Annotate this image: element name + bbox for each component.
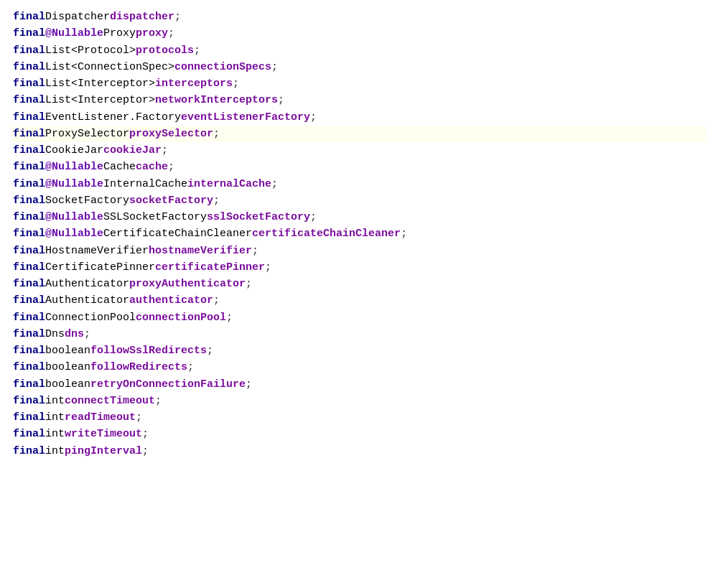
code-token: List<Interceptor>: [45, 75, 155, 92]
code-token: sslSocketFactory: [207, 209, 310, 225]
code-line: final int writeTimeout;: [11, 426, 707, 442]
code-token: @Nullable: [45, 209, 103, 225]
code-token: List<ConnectionSpec>: [45, 59, 174, 75]
code-token: final: [13, 109, 45, 126]
code-token: final: [13, 342, 45, 359]
code-token: followSslRedirects: [90, 342, 207, 359]
code-token: final: [13, 75, 45, 92]
code-line: final CookieJar cookieJar;: [11, 142, 707, 159]
code-token: final: [13, 209, 45, 225]
code-token: ;: [142, 426, 149, 442]
code-line: final boolean followRedirects;: [11, 359, 707, 375]
code-token: pingInterval: [65, 443, 142, 459]
code-token: certificatePinner: [155, 259, 265, 276]
code-token: Cache: [103, 159, 136, 175]
code-line: final Dns dns;: [11, 326, 707, 342]
code-token: ;: [213, 126, 220, 142]
code-token: internalCache: [187, 176, 271, 192]
code-token: final: [13, 393, 45, 409]
code-line: final @Nullable Cache cache;: [11, 159, 707, 175]
code-token: readTimeout: [65, 409, 136, 426]
code-token: final: [13, 376, 45, 393]
code-token: cookieJar: [103, 142, 162, 159]
code-token: ;: [246, 276, 252, 292]
code-token: connectionPool: [136, 309, 226, 326]
code-line: final EventListener.Factory eventListene…: [11, 109, 707, 126]
code-token: final: [13, 25, 45, 42]
code-token: boolean: [45, 359, 90, 375]
code-token: final: [13, 243, 45, 259]
code-token: final: [13, 59, 45, 75]
code-token: ;: [271, 176, 278, 192]
code-token: Dispatcher: [45, 9, 110, 25]
code-token: ;: [207, 342, 213, 359]
code-line: final boolean followSslRedirects;: [11, 342, 707, 359]
code-line: final ProxySelector proxySelector;: [11, 126, 707, 142]
code-token: followRedirects: [90, 359, 187, 375]
code-token: final: [13, 92, 45, 108]
code-line: final List<ConnectionSpec> connectionSpe…: [11, 59, 707, 75]
code-line: final Dispatcher dispatcher;: [11, 9, 707, 25]
code-token: ;: [187, 359, 194, 375]
code-token: CertificatePinner: [45, 259, 155, 276]
code-token: ;: [310, 109, 317, 126]
code-token: final: [13, 276, 45, 292]
code-token: Authenticator: [45, 276, 129, 292]
code-token: final: [13, 359, 45, 375]
code-token: ;: [168, 25, 174, 42]
code-line: final @Nullable SSLSocketFactory sslSock…: [11, 209, 707, 225]
code-line: final @Nullable Proxy proxy;: [11, 25, 707, 42]
code-token: ;: [271, 59, 278, 75]
code-token: certificateChainCleaner: [252, 225, 401, 242]
code-token: ;: [213, 192, 220, 209]
code-token: final: [13, 426, 45, 442]
code-token: ;: [252, 243, 258, 259]
code-token: final: [13, 126, 45, 142]
code-token: eventListenerFactory: [181, 109, 310, 126]
code-token: interceptors: [155, 75, 233, 92]
code-token: ;: [226, 309, 233, 326]
code-token: final: [13, 309, 45, 326]
code-token: EventListener.Factory: [45, 109, 181, 126]
code-token: proxy: [136, 25, 168, 42]
code-token: proxySelector: [129, 126, 213, 142]
code-token: ;: [401, 225, 407, 242]
code-line: final Authenticator proxyAuthenticator;: [11, 276, 707, 292]
code-token: HostnameVerifier: [45, 243, 149, 259]
code-line: final List<Interceptor> interceptors;: [11, 75, 707, 92]
code-line: final int pingInterval;: [11, 443, 707, 459]
code-token: final: [13, 259, 45, 276]
code-token: dns: [65, 326, 84, 342]
code-token: final: [13, 409, 45, 426]
code-line: final boolean retryOnConnectionFailure;: [11, 376, 707, 393]
code-token: final: [13, 176, 45, 192]
code-token: writeTimeout: [65, 426, 142, 442]
code-token: authenticator: [129, 292, 213, 309]
code-token: ;: [194, 42, 200, 59]
code-token: ;: [155, 393, 162, 409]
code-token: ;: [265, 259, 271, 276]
code-token: @Nullable: [45, 176, 103, 192]
code-token: final: [13, 292, 45, 309]
code-token: hostnameVerifier: [149, 243, 252, 259]
code-token: SocketFactory: [45, 192, 129, 209]
code-line: final @Nullable CertificateChainCleaner …: [11, 225, 707, 242]
code-line: final Authenticator authenticator;: [11, 292, 707, 309]
code-token: final: [13, 192, 45, 209]
code-token: ;: [310, 209, 317, 225]
code-token: connectionSpecs: [174, 59, 271, 75]
code-token: List<Protocol>: [45, 42, 136, 59]
code-token: ;: [168, 159, 174, 175]
code-token: @Nullable: [45, 159, 103, 175]
code-token: ;: [278, 92, 284, 108]
code-line: final @Nullable InternalCache internalCa…: [11, 176, 707, 192]
code-token: final: [13, 443, 45, 459]
code-token: ;: [174, 9, 181, 25]
code-token: ;: [136, 409, 142, 426]
code-token: @Nullable: [45, 25, 103, 42]
code-line: final List<Interceptor> networkIntercept…: [11, 92, 707, 108]
code-line: final SocketFactory socketFactory;: [11, 192, 707, 209]
code-token: ConnectionPool: [45, 309, 136, 326]
code-token: CookieJar: [45, 142, 103, 159]
code-token: final: [13, 159, 45, 175]
